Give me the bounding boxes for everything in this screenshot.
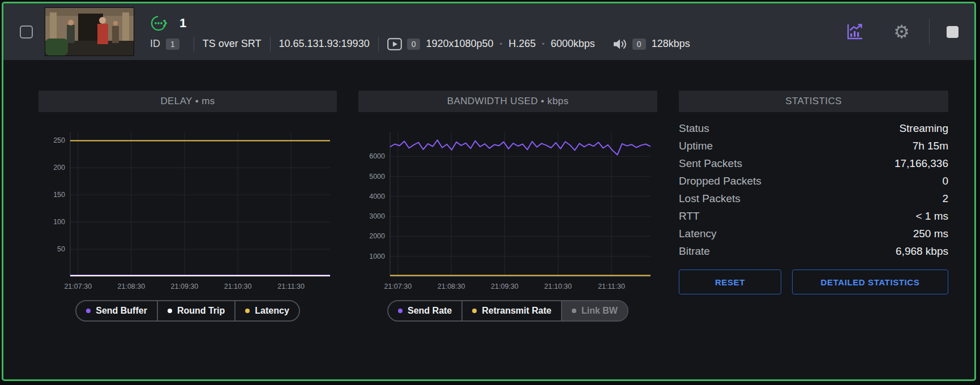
svg-text:6000: 6000: [369, 152, 385, 160]
separator: [604, 37, 604, 52]
svg-text:21:09:30: 21:09:30: [171, 283, 199, 290]
svg-text:21:08:30: 21:08:30: [118, 283, 145, 290]
statistics-panel-title: STATISTICS: [679, 91, 948, 112]
header-actions: ⚙: [842, 19, 974, 45]
delay-legend: Send Buffer Round Trip Latency: [75, 300, 300, 322]
retransmit-rate-dot-icon: [472, 309, 477, 313]
delay-chart: 5010015020025021:07:3021:08:3021:09:3021…: [38, 125, 337, 294]
stream-select-checkbox[interactable]: [20, 25, 33, 38]
video-bitrate: 6000kbps: [551, 38, 595, 50]
stat-row-dropped-packets: Dropped Packets 0: [679, 172, 948, 190]
delay-panel-title: DELAY • ms: [38, 91, 337, 112]
id-label: ID: [150, 38, 160, 50]
send-rate-dot-icon: [398, 309, 403, 313]
streaming-status-icon: [150, 15, 167, 32]
thumbnail-image: [45, 8, 134, 55]
legend-item-round-trip[interactable]: Round Trip: [157, 301, 234, 320]
dot-separator: •: [500, 40, 503, 48]
statistics-rows: Status Streaming Uptime 7h 15m Sent Pack…: [679, 112, 948, 260]
chart-icon: [845, 22, 865, 42]
stat-row-latency: Latency 250 ms: [679, 225, 948, 242]
legend-item-send-rate[interactable]: Send Rate: [388, 301, 461, 320]
header-divider: [929, 19, 930, 45]
svg-text:3000: 3000: [369, 212, 385, 220]
stat-row-status: Status Streaming: [679, 119, 948, 137]
svg-text:2000: 2000: [369, 232, 385, 240]
statistics-buttons: RESET DETAILED STATISTICS: [679, 270, 948, 294]
stream-info: 1 ID 1 TS over SRT 10.65.131.93:19930 0 …: [150, 12, 690, 52]
stream-dashboard: DELAY • ms 5010015020025021:07:3021:08:3…: [3, 60, 974, 322]
protocol-label: TS over SRT: [203, 38, 262, 50]
svg-text:250: 250: [53, 136, 65, 144]
video-codec: H.265: [508, 38, 536, 50]
svg-text:21:09:30: 21:09:30: [491, 283, 519, 290]
svg-text:50: 50: [57, 245, 65, 253]
legend-item-retransmit-rate[interactable]: Retransmit Rate: [461, 301, 561, 320]
bandwidth-panel: BANDWIDTH USED • kbps 100020003000400050…: [358, 91, 657, 322]
svg-text:200: 200: [53, 164, 65, 172]
link-bw-dot-icon: [572, 309, 576, 313]
legend-item-link-bw[interactable]: Link BW: [561, 301, 627, 320]
video-program-badge: 0: [407, 38, 421, 50]
stream-monitor-card: 1 ID 1 TS over SRT 10.65.131.93:19930 0 …: [2, 2, 976, 381]
statistics-chart-button[interactable]: [842, 19, 867, 44]
svg-text:21:10:30: 21:10:30: [224, 283, 252, 290]
separator: [194, 37, 194, 52]
video-icon: [387, 38, 402, 50]
detailed-statistics-button[interactable]: DETAILED STATISTICS: [792, 270, 948, 294]
settings-button[interactable]: ⚙: [891, 20, 912, 43]
stat-row-uptime: Uptime 7h 15m: [679, 137, 948, 155]
legend-item-send-buffer[interactable]: Send Buffer: [76, 301, 157, 320]
svg-text:21:10:30: 21:10:30: [544, 283, 572, 290]
stream-thumbnail[interactable]: [45, 7, 134, 56]
stat-row-sent-packets: Sent Packets 17,166,336: [679, 155, 948, 172]
separator: [270, 37, 271, 52]
audio-track-badge: 0: [632, 38, 646, 50]
svg-text:21:08:30: 21:08:30: [438, 283, 465, 290]
legend-item-latency[interactable]: Latency: [234, 301, 298, 320]
bandwidth-chart: 10002000300040005000600021:07:3021:08:30…: [358, 125, 657, 294]
stat-row-lost-packets: Lost Packets 2: [679, 190, 948, 207]
audio-bitrate: 128kbps: [652, 38, 690, 50]
svg-text:100: 100: [53, 218, 65, 226]
round-trip-dot-icon: [168, 309, 172, 313]
audio-icon: [613, 38, 627, 50]
svg-text:21:07:30: 21:07:30: [64, 283, 92, 290]
stream-address: 10.65.131.93:19930: [279, 38, 370, 50]
delay-panel: DELAY • ms 5010015020025021:07:3021:08:3…: [38, 91, 337, 322]
stream-number: 1: [179, 16, 186, 31]
gear-icon: ⚙: [893, 23, 910, 41]
svg-text:21:07:30: 21:07:30: [384, 283, 412, 290]
stat-row-bitrate: Bitrate 6,968 kbps: [679, 242, 948, 260]
svg-text:4000: 4000: [369, 192, 385, 200]
stop-button[interactable]: [947, 26, 958, 38]
send-buffer-dot-icon: [86, 309, 91, 313]
bandwidth-panel-title: BANDWIDTH USED • kbps: [358, 91, 657, 112]
svg-text:1000: 1000: [369, 253, 385, 260]
svg-text:150: 150: [53, 191, 65, 199]
bandwidth-legend: Send Rate Retransmit Rate Link BW: [387, 300, 628, 322]
stat-row-rtt: RTT < 1 ms: [679, 207, 948, 225]
reset-button[interactable]: RESET: [679, 270, 781, 294]
stream-header: 1 ID 1 TS over SRT 10.65.131.93:19930 0 …: [3, 3, 974, 60]
dot-separator: •: [542, 40, 545, 48]
svg-text:5000: 5000: [369, 173, 385, 181]
svg-text:21:11:30: 21:11:30: [598, 283, 625, 290]
latency-dot-icon: [245, 309, 250, 313]
statistics-panel: STATISTICS Status Streaming Uptime 7h 15…: [679, 91, 948, 322]
id-badge: 1: [166, 38, 179, 50]
separator: [378, 37, 379, 52]
video-format: 1920x1080p50: [426, 38, 493, 50]
svg-text:21:11:30: 21:11:30: [277, 283, 305, 290]
